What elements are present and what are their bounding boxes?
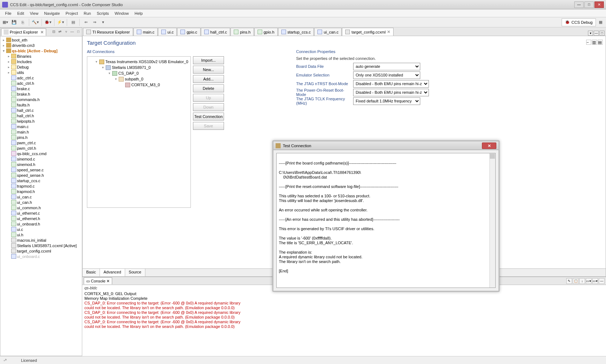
tree-item[interactable]: lwipopts.h xyxy=(1,118,81,124)
tree-item[interactable]: ui.h xyxy=(1,232,81,237)
perspective-ccs-debug[interactable]: 🐞 CCS Debug xyxy=(562,18,596,26)
menu-run[interactable]: Run xyxy=(81,10,94,17)
collapse-all-icon[interactable]: ⊟ xyxy=(51,29,57,35)
tree-item[interactable]: ▾qs-bldc [Active - Debug] xyxy=(1,48,81,53)
tree-item[interactable]: brake.c xyxy=(1,86,81,91)
tree-item[interactable]: main.c xyxy=(1,124,81,129)
editor-tab[interactable]: startup_ccs.c xyxy=(278,28,314,36)
save-all-button[interactable]: ⎘ xyxy=(19,18,27,26)
connection-tree-item[interactable]: ▾subpath_0 xyxy=(89,76,188,82)
bottom-tab-source[interactable]: Source xyxy=(125,269,145,276)
new-dropdown[interactable]: ▦▾ xyxy=(1,18,9,26)
console-tool-2[interactable]: 📋 xyxy=(573,278,579,284)
tree-item[interactable]: main.h xyxy=(1,129,81,135)
editor-tab[interactable]: target_config.ccxml✕ xyxy=(342,28,394,36)
back-button[interactable]: ⇐ xyxy=(82,18,90,26)
tree-item[interactable]: hall_ctrl.c xyxy=(1,108,81,113)
menu-view[interactable]: View xyxy=(27,10,41,17)
forward-button[interactable]: ⇒ xyxy=(91,18,98,26)
connections-tree-box[interactable]: ▾Texas Instruments XDS100v2 USB Emulator… xyxy=(87,56,191,208)
link-editor-icon[interactable]: ⇄ xyxy=(57,29,63,35)
bottom-tab-basic[interactable]: Basic xyxy=(83,269,100,276)
up-button[interactable]: Up xyxy=(193,94,224,102)
tab-min-icon[interactable]: — xyxy=(594,31,599,36)
debug-dropdown[interactable]: 🐞▾ xyxy=(44,18,52,26)
close-tab-icon[interactable]: ✕ xyxy=(106,279,110,284)
tree-item[interactable]: qs-bldc_ccs.cmd xyxy=(1,151,81,156)
close-tab-icon[interactable]: ✕ xyxy=(39,30,44,35)
project-tree[interactable]: ▸boot_eth▸driverlib-cm3▾qs-bldc [Active … xyxy=(0,36,82,356)
scrollbar[interactable] xyxy=(489,153,495,288)
tree-item[interactable]: ui_ethernet.h xyxy=(1,216,81,221)
menu-navigate[interactable]: Navigate xyxy=(41,10,62,17)
tab-max-icon[interactable]: □ xyxy=(600,31,605,36)
maximize-button[interactable]: □ xyxy=(584,1,594,8)
tree-item[interactable]: trapmod.h xyxy=(1,189,81,194)
editor-tab[interactable]: ui.c xyxy=(158,28,177,36)
minimize-button[interactable]: — xyxy=(574,1,584,8)
console-minimize[interactable]: — xyxy=(599,278,605,284)
layout-horiz-icon[interactable]: ▥ xyxy=(592,40,597,45)
console-tool-1[interactable]: ✎ xyxy=(566,278,572,284)
tab-list-icon[interactable]: ▾ xyxy=(588,31,593,36)
tab-console[interactable]: ▭ Console ✕ xyxy=(84,277,112,284)
console-tool-4[interactable]: ▭▾ xyxy=(586,278,592,284)
delete-button[interactable]: Delete xyxy=(193,84,224,92)
layout-vert-icon[interactable]: ▤ xyxy=(598,40,603,45)
console-tool-5[interactable]: ▭▾ xyxy=(592,278,598,284)
tree-item[interactable]: pwm_ctrl.c xyxy=(1,140,81,145)
tree-item[interactable]: ui_onboard.c xyxy=(1,254,81,259)
down-button[interactable]: Down xyxy=(193,103,224,111)
tree-item[interactable]: ui.c xyxy=(1,227,81,232)
tree-item[interactable]: sinemod.h xyxy=(1,162,81,167)
new-button[interactable]: New... xyxy=(193,66,224,74)
tree-item[interactable]: ui_common.h xyxy=(1,205,81,210)
editor-tab[interactable]: TI Resource Explorer xyxy=(83,28,133,36)
view-menu-icon[interactable]: ▿ xyxy=(63,29,69,35)
grid-button[interactable]: ▤ xyxy=(69,18,77,26)
maximize-panel-icon[interactable]: □ xyxy=(75,29,81,35)
tree-item[interactable]: speed_sense.h xyxy=(1,172,81,178)
menu-file[interactable]: File xyxy=(2,10,14,17)
tree-item[interactable]: speed_sense.c xyxy=(1,167,81,172)
tree-item[interactable]: trapmod.c xyxy=(1,183,81,189)
tree-item[interactable]: hall_ctrl.h xyxy=(1,113,81,118)
tree-item[interactable]: ui_ethernet.c xyxy=(1,210,81,216)
dialog-output[interactable]: -----[Print the board config pathname(s)… xyxy=(276,153,496,288)
tree-item[interactable]: adc_ctrl.h xyxy=(1,80,81,86)
connection-tree-item[interactable]: CORTEX_M3_0 xyxy=(89,82,188,88)
tree-item[interactable]: ▸Binaries xyxy=(1,53,81,59)
connection-tree-item[interactable]: ▾Stellaris LM3S8971_0 xyxy=(89,65,188,70)
tree-item[interactable]: adc_ctrl.c xyxy=(1,75,81,80)
tree-item[interactable]: ▸Includes xyxy=(1,59,81,64)
add-button[interactable]: Add... xyxy=(193,75,224,83)
tree-item[interactable]: ui_onboard.h xyxy=(1,221,81,227)
tab-project-explorer[interactable]: Project Explorer ✕ xyxy=(1,28,46,36)
tree-item[interactable]: pins.h xyxy=(1,135,81,140)
bottom-tab-advanced[interactable]: Advanced xyxy=(100,269,125,276)
editor-tab[interactable]: hall_ctrl.c xyxy=(201,28,230,36)
build-dropdown[interactable]: 🔨▾ xyxy=(31,18,39,26)
menu-scripts[interactable]: Scripts xyxy=(94,10,112,17)
save-button[interactable]: 💾 xyxy=(10,18,18,26)
editor-tab[interactable]: gpio.c xyxy=(177,28,200,36)
tree-item[interactable]: commands.h xyxy=(1,97,81,102)
flash-dropdown[interactable]: ⚡▾ xyxy=(57,18,65,26)
save-button[interactable]: Save xyxy=(193,122,224,130)
dialog-close-button[interactable]: ✕ xyxy=(482,142,496,149)
menu-window[interactable]: Window xyxy=(112,10,132,17)
prop-select[interactable]: Fixed default 1.0MHz frequency xyxy=(353,97,420,105)
prop-select[interactable]: Disabled - Both EMU pins remain hi-z xyxy=(353,80,429,88)
tree-item[interactable]: pwm_ctrl.h xyxy=(1,145,81,151)
tree-item[interactable]: ui_can.c xyxy=(1,194,81,199)
close-button[interactable]: ✕ xyxy=(594,1,604,8)
nav-dropdown[interactable]: ▾ xyxy=(99,18,107,26)
tree-item[interactable]: ▸boot_eth xyxy=(1,37,81,43)
import-button[interactable]: Import... xyxy=(193,56,224,64)
editor-tab[interactable]: ui_can.c xyxy=(314,28,342,36)
editor-tab[interactable]: pins.h xyxy=(230,28,254,36)
tree-item[interactable]: ui_can.h xyxy=(1,199,81,205)
tree-item[interactable]: startup_ccs.c xyxy=(1,178,81,183)
menu-project[interactable]: Project xyxy=(63,10,81,17)
console-output[interactable]: CORTEX_M3_0: GEL Output:Memory Map Initi… xyxy=(82,291,606,356)
